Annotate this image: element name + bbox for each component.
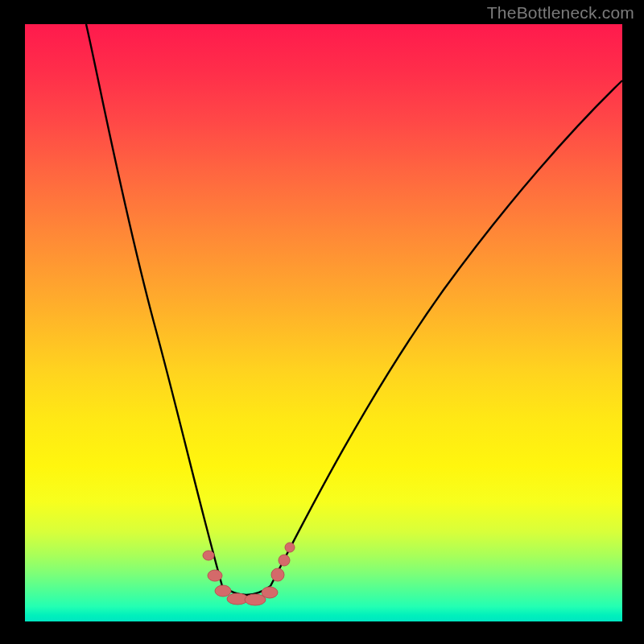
data-marker [215, 585, 231, 597]
data-marker [208, 570, 222, 581]
curve-left-arm [86, 24, 222, 586]
data-marker [285, 543, 295, 552]
chart-svg [25, 24, 622, 621]
data-marker [203, 551, 214, 560]
curve-right-arm [270, 80, 622, 586]
data-marker [262, 587, 278, 598]
watermark-text: TheBottleneck.com [487, 3, 634, 23]
data-markers [203, 543, 295, 605]
data-marker [245, 594, 266, 605]
data-marker [271, 568, 284, 581]
chart-area [23, 23, 624, 623]
data-marker [279, 555, 290, 566]
